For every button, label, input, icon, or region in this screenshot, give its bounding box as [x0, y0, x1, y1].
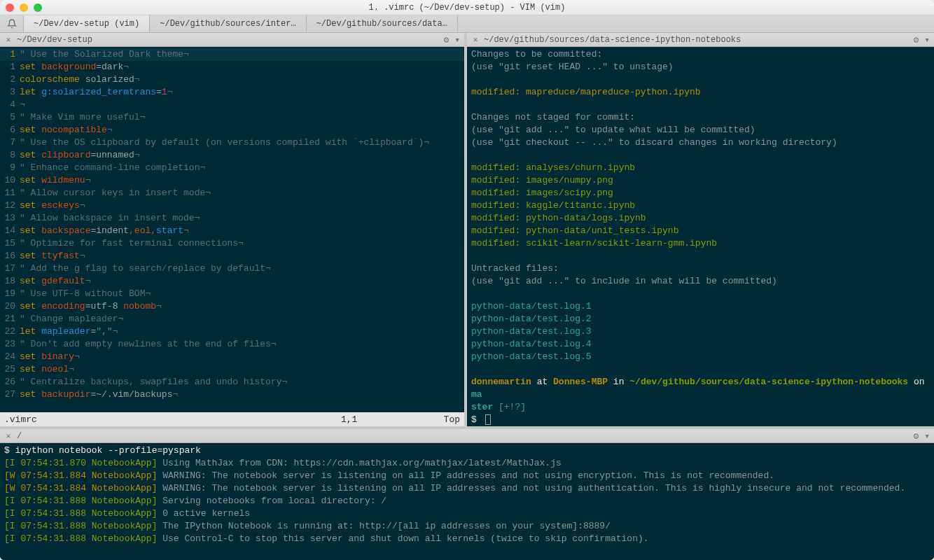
code-line: 16set ttyfast¬ — [0, 250, 464, 262]
session-tab[interactable]: ~/Dev/dev-setup (vim) — [24, 15, 150, 32]
minimize-button[interactable] — [20, 4, 28, 12]
editor-pane: ✕ ~/Dev/dev-setup ⚙ ▾ 1" Use the Solariz… — [0, 33, 467, 426]
close-icon[interactable]: ✕ — [4, 36, 13, 44]
editor[interactable]: 1" Use the Solarized Dark theme¬1set bac… — [0, 47, 464, 412]
terminal-pane-bottom: ✕ / ⚙ ▾ $ ipython notebook --profile=pys… — [0, 426, 934, 560]
status-pct: Top — [425, 414, 460, 425]
code-line: 6set nocompatible¬ — [0, 124, 464, 136]
terminal-pane-right: ✕ ~/dev/github/sources/data-science-ipyt… — [467, 33, 934, 426]
close-button[interactable] — [6, 4, 14, 12]
code-line: 24set binary¬ — [0, 351, 464, 363]
code-line: 11" Allow cursor keys in insert mode¬ — [0, 187, 464, 200]
pane-header-bottom: ✕ / ⚙ ▾ — [0, 429, 934, 443]
code-line: 22let mapleader=","¬ — [0, 326, 464, 338]
app-window: 1. .vimrc (~/Dev/dev-setup) - VIM (vim) … — [0, 0, 934, 560]
code-line: 20set encoding=utf-8 nobomb¬ — [0, 300, 464, 313]
code-line: 21" Change mapleader¬ — [0, 313, 464, 326]
pane-title: ~/Dev/dev-setup — [17, 35, 92, 45]
code-line: 27set backupdir=~/.vim/backups¬ — [0, 388, 464, 401]
code-line: 1set background=dark¬ — [0, 61, 464, 74]
code-line: 23" Don't add empty newlines at the end … — [0, 338, 464, 351]
log-output[interactable]: $ ipython notebook --profile=pyspark[I 0… — [0, 443, 934, 560]
titlebar: 1. .vimrc (~/Dev/dev-setup) - VIM (vim) — [0, 0, 934, 15]
close-icon[interactable]: ✕ — [471, 36, 480, 44]
code-line: 14set backspace=indent,eol,start¬ — [0, 225, 464, 237]
code-line: 15" Optimize for fast terminal connectio… — [0, 237, 464, 250]
code-line: 2colorscheme solarized¬ — [0, 74, 464, 86]
code-line: 7" Use the OS clipboard by default (on v… — [0, 136, 464, 149]
status-pos: 1,1 — [341, 414, 425, 425]
code-line: 4¬ — [0, 99, 464, 111]
notifications-icon[interactable] — [0, 15, 24, 32]
top-split: ✕ ~/Dev/dev-setup ⚙ ▾ 1" Use the Solariz… — [0, 33, 934, 426]
code-line: 25set noeol¬ — [0, 363, 464, 376]
content: ✕ ~/Dev/dev-setup ⚙ ▾ 1" Use the Solariz… — [0, 33, 934, 560]
session-tab[interactable]: ~/Dev/github/sources/data… — [307, 15, 458, 32]
code-line: 26" Centralize backups, swapfiles and un… — [0, 376, 464, 388]
pane-header-left: ✕ ~/Dev/dev-setup ⚙ ▾ — [0, 33, 464, 47]
code-line: 9" Enhance command-line completion¬ — [0, 162, 464, 174]
gear-icon[interactable]: ⚙ ▾ — [914, 34, 930, 46]
terminal-output[interactable]: Changes to be committed: (use "git reset… — [467, 47, 934, 426]
window-title: 1. .vimrc (~/Dev/dev-setup) - VIM (vim) — [0, 3, 934, 13]
code-line: 12set esckeys¬ — [0, 200, 464, 212]
code-line: 8set clipboard=unnamed¬ — [0, 149, 464, 162]
pane-title: / — [17, 431, 22, 441]
code-line: 1" Use the Solarized Dark theme¬ — [0, 48, 464, 61]
gear-icon[interactable]: ⚙ ▾ — [914, 430, 930, 442]
pane-header-right: ✕ ~/dev/github/sources/data-science-ipyt… — [467, 33, 934, 47]
code-line: 13" Allow backspace in insert mode¬ — [0, 212, 464, 225]
code-line: 17" Add the g flag to search/replace by … — [0, 262, 464, 275]
session-tab[interactable]: ~/Dev/github/sources/inter… — [150, 15, 306, 32]
code-line: 18set gdefault¬ — [0, 275, 464, 288]
traffic-lights — [6, 4, 42, 12]
code-line: 10set wildmenu¬ — [0, 174, 464, 187]
close-icon[interactable]: ✕ — [4, 432, 13, 440]
pane-title: ~/dev/github/sources/data-science-ipytho… — [484, 35, 741, 45]
status-filename: .vimrc — [4, 414, 341, 425]
code-line: 3let g:solarized_termtrans=1¬ — [0, 86, 464, 99]
code-line: 5" Make Vim more useful¬ — [0, 111, 464, 124]
code-line: 19" Use UTF-8 without BOM¬ — [0, 288, 464, 300]
tab-bar: ~/Dev/dev-setup (vim)~/Dev/github/source… — [0, 15, 934, 33]
maximize-button[interactable] — [34, 4, 42, 12]
vim-statusline: .vimrc 1,1 Top — [0, 412, 464, 426]
gear-icon[interactable]: ⚙ ▾ — [444, 34, 460, 46]
